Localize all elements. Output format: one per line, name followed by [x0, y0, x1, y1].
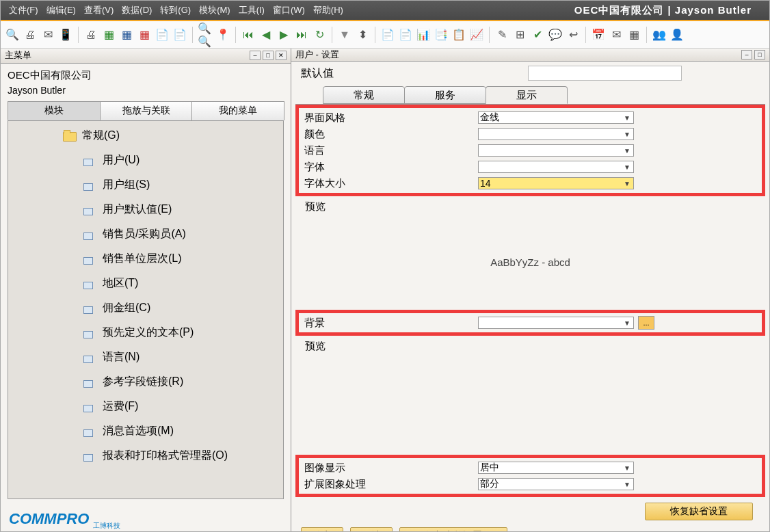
layout-icon[interactable]: ⊞	[512, 27, 527, 42]
refresh-icon[interactable]: ↻	[312, 27, 327, 42]
nav-tree[interactable]: 常规(G)用户(U)用户组(S)用户默认值(E)销售员/采购员(A)销售单位层次…	[8, 121, 283, 498]
grid-icon[interactable]: ▦	[626, 27, 641, 42]
company-name: OEC中国有限公司	[8, 69, 284, 82]
tab-display[interactable]: 显示	[486, 86, 568, 104]
cancel-button[interactable]: 取消	[350, 527, 393, 532]
tree-item-label: 销售单位层次(L)	[103, 252, 182, 266]
sms-icon[interactable]: 📱	[58, 27, 73, 42]
ok-button[interactable]: 确定	[301, 527, 343, 532]
tab-general[interactable]: 常规	[323, 86, 405, 104]
bg-preview	[295, 354, 765, 455]
pin-icon[interactable]: 📍	[215, 27, 230, 42]
sort-icon[interactable]: ⬍	[355, 27, 370, 42]
print2-icon[interactable]: 🖨	[83, 27, 98, 42]
tree-item[interactable]: 运费(F)	[8, 395, 283, 419]
menu-file[interactable]: 文件(F)	[5, 4, 42, 16]
default-input[interactable]	[528, 66, 682, 81]
tree-item[interactable]: 佣金组(C)	[8, 296, 283, 321]
find-icon[interactable]: 🔍🔍	[198, 27, 213, 42]
next-icon[interactable]: ▶	[276, 27, 291, 42]
mail-icon[interactable]: ✉	[40, 27, 55, 42]
dropdown-arrow-icon: ▼	[622, 318, 632, 328]
users-icon[interactable]: 👥	[652, 27, 667, 42]
tree-item-label: 消息首选项(M)	[103, 424, 174, 438]
tab-mymenu[interactable]: 我的菜单	[191, 101, 284, 120]
doc4-icon[interactable]: 📑	[434, 27, 449, 42]
first-icon[interactable]: ⏮	[241, 27, 256, 42]
menu-goto[interactable]: 转到(G)	[156, 4, 195, 16]
left-panel: 主菜单 – □ ✕ OEC中国有限公司 Jayson Butler 模块 拖放与…	[1, 49, 291, 532]
last-icon[interactable]: ⏭	[294, 27, 309, 42]
menu-help[interactable]: 帮助(H)	[309, 4, 347, 16]
search-icon[interactable]: 🔍	[5, 27, 20, 42]
tree-item[interactable]: 常规(G)	[8, 124, 283, 148]
menu-modules[interactable]: 模块(M)	[195, 4, 235, 16]
browse-button[interactable]: ...	[638, 316, 654, 330]
edit-icon[interactable]: ✎	[494, 27, 509, 42]
menu-data[interactable]: 数据(D)	[118, 4, 156, 16]
mail2-icon[interactable]: ✉	[609, 27, 624, 42]
tab-modules[interactable]: 模块	[8, 101, 101, 120]
tree-item[interactable]: 语言(N)	[8, 345, 283, 370]
check-icon[interactable]: ✔	[530, 27, 545, 42]
close-icon[interactable]: ✕	[276, 51, 287, 60]
export-word-icon[interactable]: ▦	[119, 27, 134, 42]
print-icon[interactable]: 🖨	[23, 27, 38, 42]
export-pdf-icon[interactable]: ▦	[137, 27, 152, 42]
form-select[interactable]: ▼	[478, 161, 634, 173]
dropdown-arrow-icon: ▼	[622, 479, 632, 489]
form-select[interactable]: 部分▼	[478, 478, 634, 490]
tree-item[interactable]: 参考字段链接(R)	[8, 370, 283, 395]
default-row: 默认值	[295, 62, 765, 85]
tree-item[interactable]: 销售员/采购员(A)	[8, 222, 283, 247]
right-panel-title: 用户 - 设置	[295, 49, 339, 61]
doc2-icon[interactable]: 📄	[398, 27, 413, 42]
right-panel-header: 用户 - 设置 – □	[291, 49, 769, 62]
menu-view[interactable]: 查看(V)	[80, 4, 118, 16]
logo-sub: 工博科技	[93, 521, 120, 531]
tree-item[interactable]: 报表和打印格式管理器(O)	[8, 444, 283, 468]
doc6-icon[interactable]: 📈	[469, 27, 484, 42]
doc3-icon[interactable]: 📊	[416, 27, 431, 42]
form-select[interactable]: ▼	[478, 144, 634, 157]
tree-item[interactable]: 用户默认值(E)	[8, 198, 283, 222]
tab-dragdrop[interactable]: 拖放与关联	[100, 101, 193, 120]
r-minimize-icon[interactable]: –	[741, 50, 752, 59]
export-excel-icon[interactable]: ▦	[101, 27, 116, 42]
document-icon	[83, 230, 96, 239]
doc1-icon[interactable]: 📄	[380, 27, 395, 42]
restore-defaults-button[interactable]: 恢复缺省设置	[645, 503, 753, 520]
lock2-icon[interactable]: 📄	[172, 27, 187, 42]
calendar-icon[interactable]: 📅	[591, 27, 606, 42]
form-select[interactable]: 金线▼	[478, 111, 634, 124]
prev-icon[interactable]: ◀	[258, 27, 274, 42]
dropdown-arrow-icon: ▼	[622, 129, 632, 139]
background-select[interactable]: ▼	[478, 317, 634, 329]
tree-item[interactable]: 地区(T)	[8, 271, 283, 296]
form-select[interactable]: 居中▼	[478, 462, 634, 474]
user-icon[interactable]: 👤	[669, 27, 685, 42]
chat-icon[interactable]: 💬	[548, 27, 563, 42]
document-icon	[83, 329, 96, 337]
filter-icon[interactable]: ▼	[337, 27, 352, 42]
form-select[interactable]: ▼	[478, 128, 634, 140]
reply-icon[interactable]: ↩	[566, 27, 581, 42]
tree-item[interactable]: 消息首选项(M)	[8, 419, 283, 444]
tree-item[interactable]: 用户组(S)	[8, 173, 283, 198]
menu-tools[interactable]: 工具(I)	[235, 4, 269, 16]
tree-item[interactable]: 预先定义的文本(P)	[8, 321, 283, 345]
tab-service[interactable]: 服务	[404, 86, 486, 104]
menu-edit[interactable]: 编辑(E)	[42, 4, 80, 16]
form-select[interactable]: 14▼	[478, 177, 634, 189]
menu-window[interactable]: 窗口(W)	[269, 4, 309, 16]
copy-form-settings-button[interactable]: 复制表单设置	[399, 527, 507, 532]
lock-icon[interactable]: 📄	[155, 27, 170, 42]
dropdown-arrow-icon: ▼	[622, 463, 632, 473]
r-maximize-icon[interactable]: □	[754, 50, 765, 59]
minimize-icon[interactable]: –	[250, 51, 261, 60]
doc5-icon[interactable]: 📋	[451, 27, 466, 42]
tree-item[interactable]: 销售单位层次(L)	[8, 247, 283, 271]
tree-item[interactable]: 用户(U)	[8, 148, 283, 173]
maximize-icon[interactable]: □	[263, 51, 274, 60]
document-icon	[83, 304, 96, 312]
